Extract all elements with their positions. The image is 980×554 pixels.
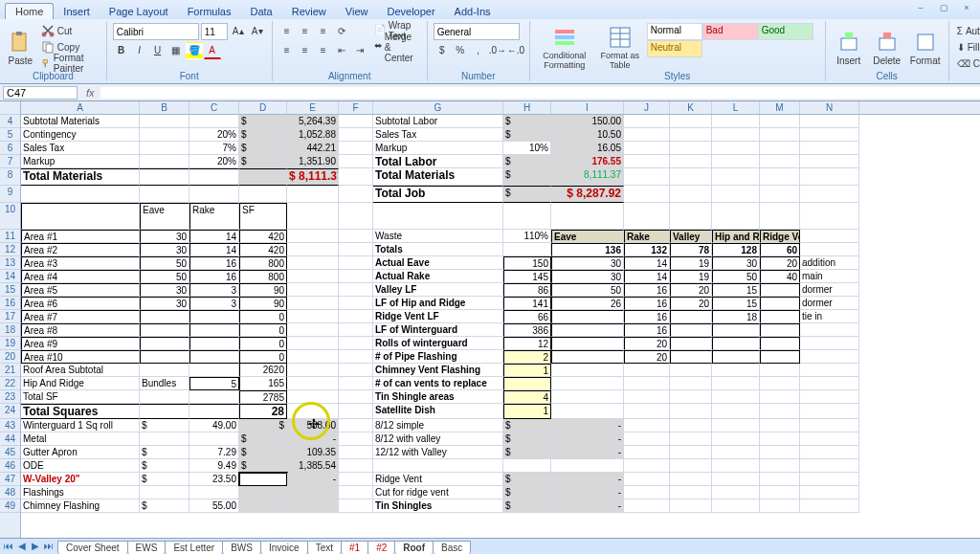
font-color-button[interactable]: A (204, 42, 221, 59)
cell[interactable]: dormer (800, 297, 859, 310)
cell[interactable]: Area #3 (21, 256, 140, 270)
cell[interactable] (624, 203, 670, 230)
cell[interactable] (287, 323, 339, 337)
cell[interactable]: Sales Tax (21, 142, 140, 155)
cell[interactable] (189, 390, 239, 404)
row-header[interactable]: 24 (0, 404, 20, 419)
cell[interactable] (140, 350, 189, 364)
cell[interactable] (760, 499, 800, 513)
cell[interactable] (339, 404, 373, 419)
cell[interactable] (800, 390, 859, 404)
cell[interactable] (760, 377, 800, 390)
align-center-button[interactable]: ≡ (297, 42, 314, 59)
cell[interactable] (551, 390, 624, 404)
cell[interactable] (800, 446, 859, 459)
row-header[interactable]: 47 (0, 473, 20, 486)
select-all-corner[interactable] (0, 101, 20, 115)
accounting-button[interactable]: $ (434, 42, 451, 59)
clear-button[interactable]: ⌫ Clear (955, 55, 980, 71)
cell[interactable] (140, 115, 189, 128)
col-header[interactable]: D (239, 101, 287, 114)
cell[interactable] (712, 203, 760, 230)
cell[interactable]: Total Materials (21, 168, 140, 186)
italic-button[interactable]: I (131, 42, 148, 59)
cell[interactable]: Total SF (21, 390, 140, 404)
cell[interactable] (624, 186, 670, 203)
cell[interactable]: 18 (712, 310, 760, 323)
cell[interactable] (712, 323, 760, 337)
cell[interactable]: 60 (760, 243, 800, 256)
sheet-tab[interactable]: Basc (433, 541, 471, 554)
cell[interactable]: Total Job (373, 186, 503, 203)
cell[interactable]: 26 (551, 297, 624, 310)
row-header[interactable]: 22 (0, 377, 20, 390)
cell[interactable]: 1 (503, 404, 551, 419)
cell[interactable] (339, 337, 373, 350)
comma-button[interactable]: , (470, 42, 487, 59)
cell[interactable]: $ (503, 155, 551, 168)
cell[interactable] (800, 499, 859, 513)
cell[interactable] (339, 486, 373, 499)
delete-cells-button[interactable]: Delete (870, 23, 904, 73)
cell[interactable] (800, 432, 859, 446)
cell[interactable]: 16 (624, 310, 670, 323)
cell[interactable]: 28 (239, 404, 287, 419)
prev-sheet-button[interactable]: ◀ (15, 541, 29, 554)
cell[interactable] (670, 459, 712, 473)
cell[interactable]: 0 (239, 323, 287, 337)
cell[interactable] (800, 364, 859, 377)
cell[interactable] (624, 486, 670, 499)
cell[interactable] (339, 377, 373, 390)
cell[interactable]: 30 (712, 256, 760, 270)
row-header[interactable]: 10 (0, 203, 20, 230)
cell[interactable]: main (800, 270, 859, 283)
cell[interactable]: 20 (670, 283, 712, 297)
grow-font-button[interactable]: A▴ (230, 23, 247, 40)
cell[interactable]: $ (239, 155, 287, 168)
cell[interactable] (287, 486, 339, 499)
cell[interactable]: Tin Shingles (373, 499, 503, 513)
cell[interactable] (670, 350, 712, 364)
cell[interactable]: 4 (503, 390, 551, 404)
tab-formulas[interactable]: Formulas (178, 4, 241, 19)
cell[interactable]: $ (239, 459, 287, 473)
cell[interactable]: 20 (624, 337, 670, 350)
merge-center-button[interactable]: ⬌Merge & Center (372, 39, 421, 55)
bold-button[interactable]: B (113, 42, 130, 59)
cell[interactable]: 30 (140, 243, 189, 256)
cell[interactable]: 386 (503, 323, 551, 337)
cell[interactable] (339, 283, 373, 297)
cell[interactable]: Roof Area Subtotal (21, 364, 140, 377)
cell[interactable] (189, 350, 239, 364)
cell[interactable] (239, 186, 287, 203)
underline-button[interactable]: U (149, 42, 167, 59)
col-header[interactable]: N (800, 101, 859, 114)
cell[interactable]: 16 (624, 283, 670, 297)
cell[interactable] (800, 377, 859, 390)
row-header[interactable]: 44 (0, 432, 20, 446)
cell[interactable] (760, 115, 800, 128)
cell[interactable] (712, 390, 760, 404)
row-header[interactable]: 7 (0, 155, 20, 168)
cell[interactable] (287, 364, 339, 377)
fill-color-button[interactable]: 🪣 (186, 42, 203, 59)
cell[interactable] (339, 297, 373, 310)
cell[interactable] (287, 404, 339, 419)
cell[interactable]: - (551, 499, 624, 513)
cell[interactable] (287, 243, 339, 256)
cell[interactable] (670, 419, 712, 432)
cell[interactable] (624, 128, 670, 142)
cell[interactable]: 16 (624, 323, 670, 337)
cell[interactable]: 110% (503, 230, 551, 243)
sheet-tab[interactable]: #1 (341, 541, 368, 554)
cell[interactable]: $ (503, 115, 551, 128)
row-header[interactable]: 20 (0, 350, 20, 364)
cell[interactable]: 8/12 with valley (373, 432, 503, 446)
cell[interactable]: Satellite Dish (373, 404, 503, 419)
cell[interactable] (339, 364, 373, 377)
cell[interactable]: Ridge Vent (373, 473, 503, 486)
cell[interactable]: Sales Tax (373, 128, 503, 142)
cell[interactable] (670, 186, 712, 203)
cell[interactable] (670, 364, 712, 377)
fill-button[interactable]: ⬇ Fill (955, 39, 980, 55)
